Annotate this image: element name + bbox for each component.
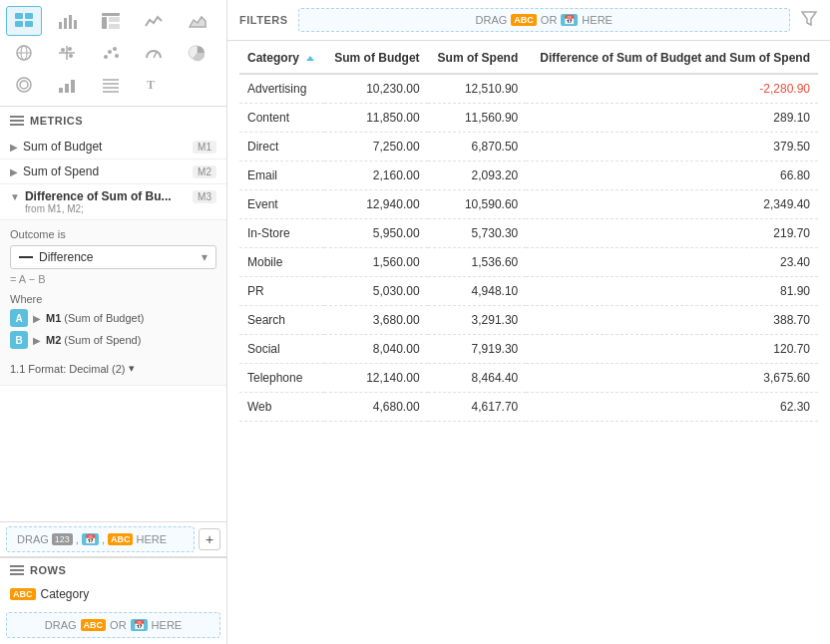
metric-item-diff[interactable]: ▼ Difference of Sum of Bu... M3 from M1,… bbox=[0, 184, 226, 220]
rows-header: ROWS bbox=[0, 558, 226, 582]
cell-category: Event bbox=[239, 190, 324, 219]
table-row: Content11,850.0011,560.90289.10 bbox=[239, 104, 818, 133]
cal-badge: 📅 bbox=[82, 533, 99, 545]
cell-budget: 12,140.00 bbox=[324, 364, 427, 393]
svg-point-21 bbox=[104, 55, 108, 59]
svg-point-24 bbox=[115, 54, 119, 58]
cell-budget: 12,940.00 bbox=[324, 190, 427, 219]
drag-metrics-area[interactable]: DRAG 123 , 📅 , ABC HERE bbox=[6, 526, 195, 552]
outcome-section: Outcome is Difference ▾ = A − B Where A … bbox=[0, 220, 226, 386]
metric-badge-spend: M2 bbox=[193, 165, 216, 178]
cell-budget: 4,680.00 bbox=[324, 393, 427, 422]
gauge-chart-icon[interactable] bbox=[136, 38, 172, 68]
cross-chart-icon[interactable] bbox=[49, 38, 85, 68]
svg-rect-6 bbox=[69, 15, 72, 29]
svg-line-25 bbox=[154, 52, 157, 58]
svg-marker-42 bbox=[802, 12, 816, 25]
svg-point-26 bbox=[17, 78, 31, 92]
comma-sep: , bbox=[76, 533, 79, 545]
cell-spend: 1,536.60 bbox=[428, 248, 527, 277]
filter-drag-text2: HERE bbox=[582, 14, 613, 26]
metric-badge-budget: M1 bbox=[193, 141, 216, 154]
outcome-select[interactable]: Difference ▾ bbox=[10, 245, 216, 269]
text-chart-icon[interactable]: T bbox=[136, 70, 172, 100]
metric-item-spend[interactable]: ▶ Sum of Spend M2 bbox=[0, 160, 226, 184]
add-metric-button[interactable]: + bbox=[199, 528, 220, 550]
col-header-budget[interactable]: Sum of Budget bbox=[324, 41, 427, 74]
cell-spend: 3,291.30 bbox=[428, 306, 527, 335]
col-header-spend[interactable]: Sum of Spend bbox=[428, 41, 527, 74]
svg-rect-29 bbox=[65, 84, 69, 93]
table-row: PR5,030.004,948.1081.90 bbox=[239, 277, 818, 306]
pie-chart-icon[interactable] bbox=[180, 38, 215, 68]
format-label: 1.1 Format: Decimal (2) bbox=[10, 363, 126, 375]
cell-category: Telephone bbox=[239, 364, 324, 393]
left-panel: T METRICS ▶ Sum of Budget M1 ▶ Sum of Sp… bbox=[0, 0, 227, 644]
table-chart-icon[interactable] bbox=[6, 6, 42, 36]
expand-icon: ▶ bbox=[10, 142, 18, 153]
cell-budget: 5,030.00 bbox=[324, 277, 427, 306]
cell-diff: 3,675.60 bbox=[526, 364, 818, 393]
drag-text-1: DRAG bbox=[17, 533, 49, 545]
chart-type-grid: T bbox=[0, 0, 226, 107]
col-header-category[interactable]: Category bbox=[239, 41, 324, 74]
where-row-a: A ▶ M1 (Sum of Budget) bbox=[10, 309, 216, 327]
cell-category: Content bbox=[239, 104, 324, 133]
pivot-chart-icon[interactable] bbox=[93, 6, 129, 36]
drag-rows-zone[interactable]: DRAG ABC OR 📅 HERE bbox=[6, 612, 220, 638]
metric-item-budget[interactable]: ▶ Sum of Budget M1 bbox=[0, 135, 226, 160]
svg-rect-30 bbox=[71, 80, 75, 93]
rows-category-item[interactable]: ABC Category bbox=[0, 582, 226, 606]
rows-label: ROWS bbox=[30, 564, 66, 576]
cell-diff: 66.80 bbox=[526, 161, 818, 190]
table-row: In-Store5,950.005,730.30219.70 bbox=[239, 219, 818, 248]
scatter-chart-icon[interactable] bbox=[93, 38, 129, 68]
arrow-icon-b: ▶ bbox=[33, 335, 41, 346]
cell-budget: 7,250.00 bbox=[324, 133, 427, 161]
cell-budget: 1,560.00 bbox=[324, 248, 427, 277]
sort-asc-icon bbox=[306, 56, 314, 61]
svg-rect-28 bbox=[59, 88, 63, 93]
custom-chart-icon[interactable] bbox=[49, 70, 85, 100]
cell-diff: 62.30 bbox=[526, 393, 818, 422]
data-table: Category Sum of Budget Sum of Spend Diff… bbox=[239, 41, 818, 422]
metric-label-diff: Difference of Sum of Bu... bbox=[25, 189, 188, 203]
svg-rect-1 bbox=[25, 13, 33, 19]
circle-chart-icon[interactable] bbox=[6, 70, 42, 100]
table-row: Search3,680.003,291.30388.70 bbox=[239, 306, 818, 335]
area-chart-icon[interactable] bbox=[180, 6, 215, 36]
filter-funnel-icon[interactable] bbox=[800, 9, 818, 31]
a-metric-ref: M1 (Sum of Budget) bbox=[46, 312, 144, 324]
a-badge: A bbox=[10, 309, 28, 327]
cell-category: In-Store bbox=[239, 219, 324, 248]
drag-rows-text2: HERE bbox=[152, 619, 183, 631]
filter-label: FILTERS bbox=[239, 14, 288, 26]
svg-rect-7 bbox=[74, 20, 77, 29]
b-badge: B bbox=[10, 331, 28, 349]
svg-point-27 bbox=[20, 81, 28, 89]
table-row: Advertising10,230.0012,510.90-2,280.90 bbox=[239, 74, 818, 104]
line-chart-icon[interactable] bbox=[136, 6, 172, 36]
cell-diff: 388.70 bbox=[526, 306, 818, 335]
list-chart-icon[interactable] bbox=[93, 70, 129, 100]
rows-abc-badge: ABC bbox=[10, 588, 36, 600]
table-container: Category Sum of Budget Sum of Spend Diff… bbox=[227, 41, 830, 644]
col-header-diff[interactable]: Difference of Sum of Budget and Sum of S… bbox=[526, 41, 818, 74]
cell-spend: 5,730.30 bbox=[428, 219, 527, 248]
svg-rect-11 bbox=[109, 24, 120, 29]
filter-drag-zone[interactable]: DRAG ABC OR 📅 HERE bbox=[298, 8, 790, 32]
format-chevron-icon: ▾ bbox=[129, 362, 135, 375]
cell-category: Search bbox=[239, 306, 324, 335]
bar-chart-icon[interactable] bbox=[49, 6, 85, 36]
table-row: Event12,940.0010,590.602,349.40 bbox=[239, 190, 818, 219]
geo-chart-icon[interactable] bbox=[6, 38, 42, 68]
table-row: Email2,160.002,093.2066.80 bbox=[239, 161, 818, 190]
arrow-icon-a: ▶ bbox=[33, 313, 41, 324]
cell-diff: -2,280.90 bbox=[526, 74, 818, 104]
rows-section: ROWS ABC Category DRAG ABC OR 📅 HERE bbox=[0, 557, 226, 644]
cell-diff: 2,349.40 bbox=[526, 190, 818, 219]
format-line[interactable]: 1.1 Format: Decimal (2) ▾ bbox=[10, 357, 216, 377]
collapse-icon: ▼ bbox=[10, 191, 20, 202]
table-row: Telephone12,140.008,464.403,675.60 bbox=[239, 364, 818, 393]
drag-cal: 📅 bbox=[131, 619, 148, 631]
